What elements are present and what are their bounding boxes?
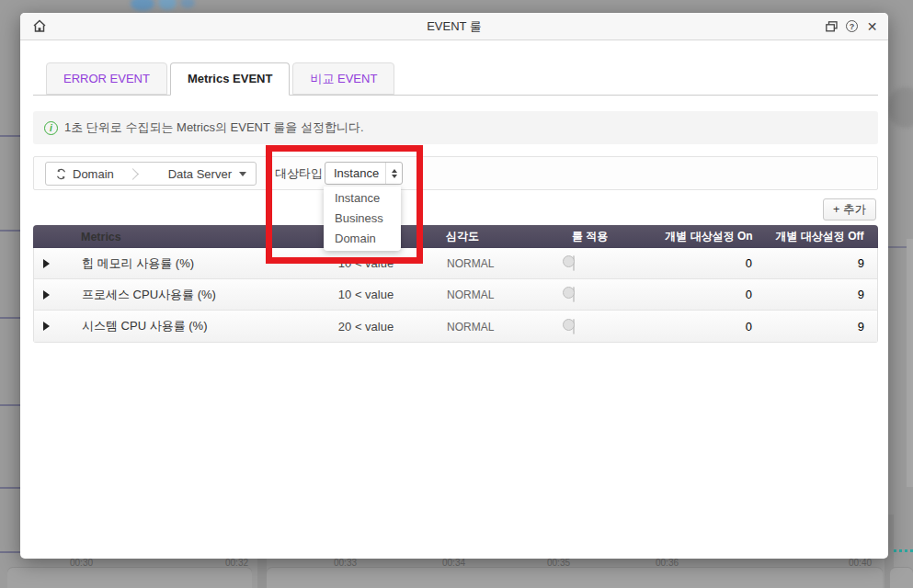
table-header-row: Metrics 심각도 룰 적용 개별 대상설정 On 개별 대상설정 Off	[33, 225, 878, 248]
background-time-label: 00:36	[656, 558, 679, 568]
background-artifact	[180, 0, 195, 8]
expand-row-icon[interactable]	[43, 290, 50, 300]
target-type-value: Instance	[325, 166, 385, 180]
table-row: 프로세스 CPU사용률 (%) 10 < value NORMAL 0 9	[34, 279, 877, 311]
metric-name: 힙 메모리 사용률 (%)	[58, 255, 297, 272]
background-chart-line	[0, 551, 20, 553]
background-artifact	[907, 239, 913, 487]
target-off-count: 9	[764, 256, 877, 270]
background-artifact	[158, 0, 177, 10]
info-banner: i 1초 단위로 수집되는 Metrics의 EVENT 룰을 설정합니다.	[33, 111, 878, 144]
background-time-label: 00:34	[442, 558, 465, 568]
target-on-count: 0	[656, 320, 764, 334]
background-time-label: 00:33	[334, 558, 357, 568]
restore-window-icon[interactable]	[825, 19, 839, 33]
background-time-label: 00:30	[70, 558, 93, 568]
background-panel	[267, 568, 883, 588]
expand-row-icon[interactable]	[43, 259, 50, 268]
breadcrumb-root-label: Domain	[73, 167, 114, 181]
metric-condition: 10 < value	[297, 288, 435, 301]
target-off-count: 9	[764, 320, 877, 334]
expand-row-icon[interactable]	[43, 322, 50, 331]
dropdown-option-instance[interactable]: Instance	[324, 188, 401, 209]
breadcrumb-root: Domain	[55, 167, 114, 181]
background-chart-line	[0, 487, 20, 489]
breadcrumb-selected[interactable]: Data Server	[168, 167, 246, 181]
dropdown-option-business[interactable]: Business	[324, 209, 401, 229]
dropdown-option-domain[interactable]: Domain	[324, 229, 401, 249]
info-icon: i	[44, 121, 58, 135]
tab-error-event[interactable]: ERROR EVENT	[46, 62, 167, 95]
chevron-right-icon	[128, 168, 140, 180]
target-off-count: 9	[764, 288, 877, 301]
header-rule-apply: 룰 적용	[559, 229, 655, 244]
background-time-label: 00:32	[225, 558, 248, 568]
window-controls: ? ✕	[825, 19, 879, 33]
severity-value: NORMAL	[447, 288, 494, 301]
background-artifact	[887, 87, 913, 128]
rule-apply-toggle[interactable]	[573, 319, 575, 334]
metric-name: 프로세스 CPU사용률 (%)	[58, 287, 297, 303]
domain-icon	[55, 168, 67, 180]
target-type-select[interactable]: Instance	[325, 162, 403, 185]
home-icon[interactable]	[31, 18, 48, 35]
background-chart-line	[0, 317, 20, 319]
background-panel	[890, 568, 913, 588]
metric-condition: 10 < value	[297, 256, 435, 270]
table-body: 힙 메모리 사용률 (%) 10 < value NORMAL 0 9 프로세스…	[33, 248, 878, 343]
severity-value: NORMAL	[447, 257, 494, 270]
background-chart-line	[0, 135, 20, 137]
target-type-label: 대상타입	[275, 157, 323, 189]
dialog-titlebar: EVENT 룰 ? ✕	[20, 13, 888, 40]
background-chart-line	[0, 404, 20, 406]
header-severity: 심각도	[434, 229, 559, 244]
tab-metrics-event[interactable]: Metrics EVENT	[170, 62, 290, 96]
select-spinner-icon	[385, 163, 402, 184]
help-icon[interactable]: ?	[845, 19, 859, 33]
background-panel	[7, 568, 252, 588]
severity-value: NORMAL	[447, 321, 494, 334]
dialog-title: EVENT 룰	[20, 18, 888, 35]
target-type-dropdown: Instance Business Domain	[324, 187, 401, 251]
background-chart-line	[0, 230, 20, 232]
breadcrumb-selected-label: Data Server	[168, 167, 232, 181]
event-tab-bar: ERROR EVENT Metrics EVENT 비교 EVENT	[46, 62, 397, 96]
tab-compare-event[interactable]: 비교 EVENT	[292, 62, 394, 95]
background-time-label: 00:40	[849, 558, 872, 568]
target-breadcrumb[interactable]: Domain Data Server	[45, 162, 257, 186]
close-icon[interactable]: ✕	[865, 19, 879, 33]
rule-apply-toggle[interactable]	[573, 255, 575, 271]
chevron-down-icon	[239, 172, 246, 176]
info-text: 1초 단위로 수집되는 Metrics의 EVENT 룰을 설정합니다.	[64, 119, 364, 136]
metric-condition: 20 < value	[297, 320, 435, 334]
metrics-rule-table: Metrics 심각도 룰 적용 개별 대상설정 On 개별 대상설정 Off …	[33, 225, 878, 343]
target-on-count: 0	[656, 256, 764, 270]
target-on-count: 0	[656, 288, 764, 301]
header-target-off: 개별 대상설정 Off	[763, 229, 876, 244]
background-artifact	[131, 0, 154, 11]
add-rule-button[interactable]: + 추가	[823, 198, 876, 220]
rule-apply-toggle[interactable]	[573, 287, 575, 302]
header-metrics: Metrics	[57, 231, 296, 243]
header-target-on: 개별 대상설정 On	[655, 229, 763, 244]
metric-name: 시스템 CPU 사용률 (%)	[58, 318, 297, 334]
filter-toolbar: Domain Data Server 대상타입 Instance	[33, 156, 878, 190]
event-rule-dialog: EVENT 룰 ? ✕ ERROR EVENT Metrics EVENT 비교…	[20, 13, 888, 559]
background-time-label: 00:35	[547, 558, 570, 568]
table-row: 힙 메모리 사용률 (%) 10 < value NORMAL 0 9	[34, 248, 877, 279]
table-row: 시스템 CPU 사용률 (%) 20 < value NORMAL 0 9	[34, 311, 877, 342]
